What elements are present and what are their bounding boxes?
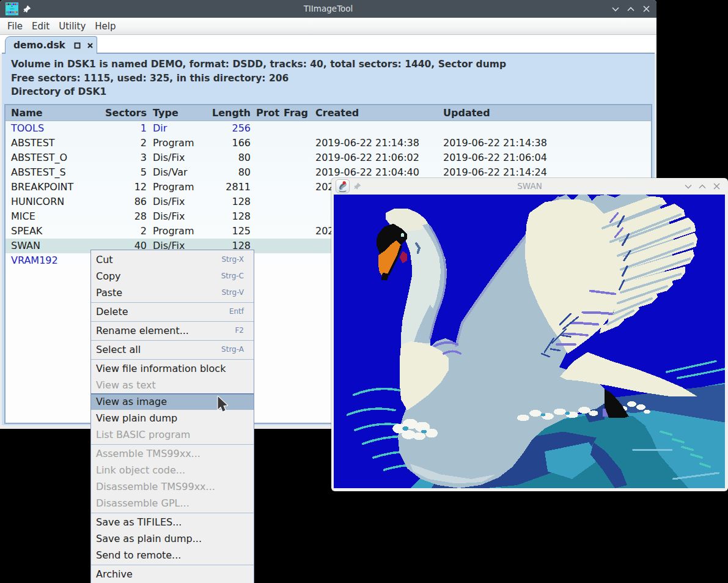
menu-item-label: View as image bbox=[96, 396, 167, 407]
menu-item-save-as-tifiles[interactable]: Save as TIFILES... bbox=[91, 514, 254, 530]
menu-item-paste[interactable]: PasteStrg-V bbox=[91, 284, 254, 301]
menu-item-label: Assemble TMS99xx... bbox=[96, 448, 200, 459]
cell-length: 125 bbox=[232, 224, 251, 239]
cell-sectors: 2 bbox=[141, 224, 147, 239]
cell-type: Program bbox=[153, 224, 194, 239]
cell-name: ABSTEST bbox=[11, 136, 55, 150]
swan-titlebar[interactable]: SWAN bbox=[331, 178, 728, 195]
cell-name: VRAM192 bbox=[11, 253, 58, 268]
menu-item-label: Cut bbox=[96, 254, 113, 266]
menu-item-label: Delete bbox=[96, 306, 128, 317]
menu-shortcut: Strg-X bbox=[221, 251, 244, 268]
menu-item-list-basic-program[interactable]: List BASIC program bbox=[91, 426, 254, 443]
x-icon bbox=[713, 183, 720, 190]
menubar-item-edit[interactable]: Edit bbox=[32, 21, 50, 32]
menu-item-cut[interactable]: CutStrg-X bbox=[91, 251, 254, 268]
minimize-button[interactable] bbox=[611, 5, 620, 13]
swan-pixel-art-image bbox=[334, 195, 725, 488]
cell-length: 80 bbox=[238, 150, 251, 165]
menu-item-save-as-plain-dump[interactable]: Save as plain dump... bbox=[91, 530, 254, 547]
menu-item-label: Paste bbox=[96, 287, 122, 299]
column-header-updated[interactable]: Updated bbox=[443, 105, 490, 121]
menu-separator bbox=[91, 302, 254, 303]
menu-item-label: Save as plain dump... bbox=[96, 533, 202, 544]
menubar-item-help[interactable]: Help bbox=[95, 21, 116, 32]
window-title: SWAN bbox=[331, 178, 728, 195]
cell-type: Program bbox=[153, 180, 194, 195]
close-button[interactable] bbox=[642, 5, 650, 13]
cell-name: TOOLS bbox=[11, 121, 44, 136]
menu-item-link-object-code[interactable]: Link object code... bbox=[91, 462, 254, 478]
tab-detach-icon[interactable] bbox=[74, 42, 81, 49]
menu-item-label: Rename element... bbox=[96, 325, 189, 336]
cell-length: 166 bbox=[232, 136, 251, 150]
menu-item-label: Disassemble GPL... bbox=[96, 497, 189, 509]
menu-item-label: Disassemble TMS99xx... bbox=[96, 481, 215, 492]
table-row-ABSTEST[interactable]: ABSTEST2Program1662019-06-22 21:14:38201… bbox=[6, 136, 651, 150]
cell-updated: 2019-06-22 21:14:38 bbox=[443, 136, 547, 150]
cell-name: MICE bbox=[11, 209, 35, 224]
column-header-sectors[interactable]: Sectors bbox=[105, 105, 147, 121]
column-header-created[interactable]: Created bbox=[315, 105, 359, 121]
menu-separator bbox=[91, 359, 254, 360]
menu-item-assemble-tms99xx[interactable]: Assemble TMS99xx... bbox=[91, 445, 254, 462]
menu-item-disassemble-tms99xx[interactable]: Disassemble TMS99xx... bbox=[91, 478, 254, 495]
menu-item-label: View plain dump bbox=[96, 412, 177, 424]
volume-info-line: Volume in DSK1 is named DEMO, format: DS… bbox=[11, 58, 506, 72]
cell-name: SPEAK bbox=[11, 224, 42, 239]
cell-length: 128 bbox=[232, 195, 251, 209]
minimize-button[interactable] bbox=[684, 182, 693, 191]
menu-shortcut: Strg-V bbox=[222, 284, 245, 301]
menu-item-label: Send to remote... bbox=[96, 549, 181, 561]
tabstrip: demo.dsk bbox=[0, 35, 656, 54]
window-controls bbox=[684, 178, 721, 195]
menu-item-label: Save as TIFILES... bbox=[96, 516, 182, 528]
chevron-down-icon bbox=[685, 184, 692, 189]
menu-item-archive[interactable]: Archive bbox=[91, 566, 254, 582]
maximize-button[interactable] bbox=[627, 5, 635, 13]
main-titlebar[interactable]: TIImageTool bbox=[0, 0, 656, 18]
column-header-length[interactable]: Length bbox=[212, 105, 251, 121]
chevron-down-icon bbox=[612, 7, 619, 12]
column-header-prot[interactable]: Prot bbox=[256, 105, 279, 121]
menu-item-delete[interactable]: DeleteEntf bbox=[91, 303, 254, 320]
column-header-frag[interactable]: Frag bbox=[284, 105, 308, 121]
cell-sectors: 3 bbox=[141, 150, 147, 165]
menu-item-label: Link object code... bbox=[96, 464, 185, 476]
cell-sectors: 5 bbox=[141, 165, 147, 180]
close-button[interactable] bbox=[712, 182, 721, 191]
cell-sectors: 86 bbox=[134, 195, 147, 209]
menu-item-select-all[interactable]: Select allStrg-A bbox=[91, 341, 254, 358]
cell-created: 2019-06-22 21:06:02 bbox=[315, 150, 419, 165]
menubar: FileEditUtilityHelp bbox=[0, 18, 656, 35]
column-header-name[interactable]: Name bbox=[11, 105, 43, 121]
volume-info-line: Free sectors: 1115, used: 325, in this d… bbox=[11, 72, 506, 86]
tab-demo-dsk[interactable]: demo.dsk bbox=[5, 36, 97, 54]
cell-name: SWAN bbox=[11, 239, 40, 253]
window-controls bbox=[611, 0, 650, 18]
table-row-ABSTEST_O[interactable]: ABSTEST_O3Dis/Fix802019-06-22 21:06:0220… bbox=[6, 150, 651, 165]
menubar-item-file[interactable]: File bbox=[7, 21, 23, 32]
menu-item-view-as-text[interactable]: View as text bbox=[91, 377, 254, 393]
column-header-type[interactable]: Type bbox=[153, 105, 178, 121]
menu-item-label: View as text bbox=[96, 379, 156, 391]
menubar-item-utility[interactable]: Utility bbox=[59, 21, 86, 32]
menu-item-send-to-remote[interactable]: Send to remote... bbox=[91, 547, 254, 563]
cell-created: 2019-06-22 21:14:38 bbox=[315, 136, 419, 150]
menu-item-label: Copy bbox=[96, 270, 121, 282]
menu-item-label: Archive bbox=[96, 568, 133, 580]
cell-updated: 2019-06-22 21:06:04 bbox=[443, 150, 547, 165]
table-row-TOOLS[interactable]: TOOLS1Dir256 bbox=[6, 121, 651, 136]
tab-close-icon[interactable] bbox=[87, 42, 94, 49]
maximize-button[interactable] bbox=[698, 182, 707, 191]
menu-item-rename-element[interactable]: Rename element...F2 bbox=[91, 322, 254, 339]
menu-separator bbox=[91, 513, 254, 513]
chevron-up-icon bbox=[699, 184, 706, 189]
cell-name: ABSTEST_O bbox=[11, 150, 67, 165]
cell-name: HUNICORN bbox=[11, 195, 64, 209]
menu-item-copy[interactable]: CopyStrg-C bbox=[91, 268, 254, 284]
cell-name: BREAKPOINT bbox=[11, 180, 73, 195]
menu-item-disassemble-gpl[interactable]: Disassemble GPL... bbox=[91, 495, 254, 511]
menu-item-view-file-information-block[interactable]: View file information block bbox=[91, 360, 254, 377]
cell-type: Dis/Fix bbox=[153, 150, 185, 165]
